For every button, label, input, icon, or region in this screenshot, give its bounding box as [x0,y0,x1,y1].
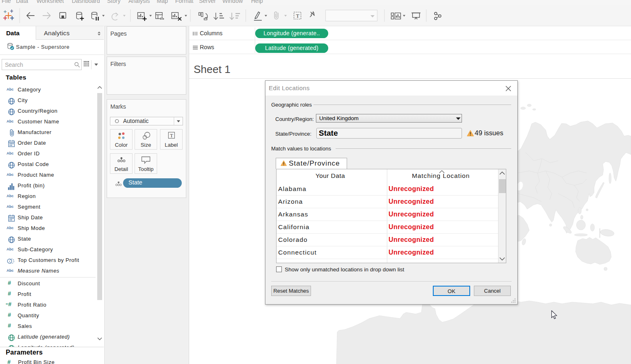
svg-text:T: T [296,13,299,19]
svg-text:T: T [170,133,174,139]
